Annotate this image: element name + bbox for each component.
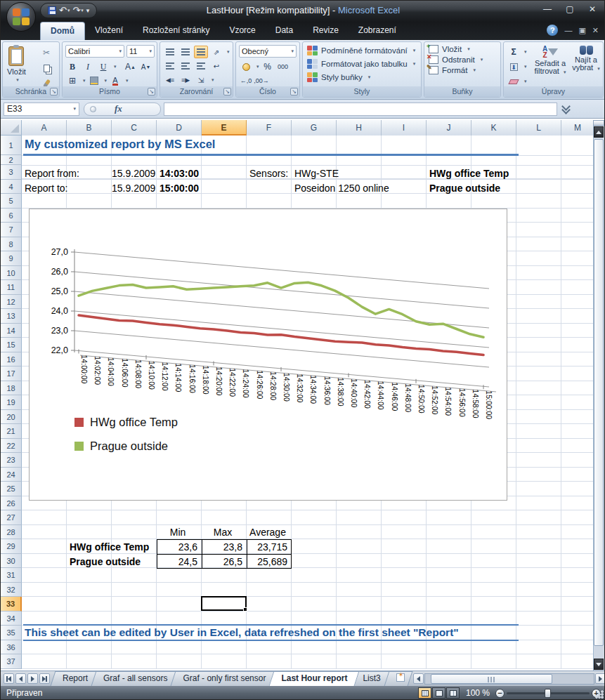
row-header-3[interactable]: 3 — [1, 165, 22, 180]
banner-cell[interactable]: This sheet can be edited by User in Exce… — [25, 626, 459, 639]
vertical-split-handle[interactable] — [593, 120, 604, 126]
zoom-out-button[interactable]: − — [495, 689, 505, 698]
number-format-combo[interactable]: Obecný▾ — [239, 45, 297, 58]
thousands-button[interactable]: 000 — [276, 60, 290, 73]
ribbon-tab-data[interactable]: Data — [266, 22, 303, 40]
help-icon[interactable]: ? — [547, 25, 558, 36]
cut-button[interactable]: ✂ — [39, 46, 53, 59]
font-dialog-launcher[interactable]: ↘ — [148, 88, 155, 95]
scroll-up-button[interactable] — [594, 126, 604, 138]
styles-button-1[interactable]: Formátovat jako tabulku▾ — [304, 58, 418, 70]
bold-button[interactable]: B — [65, 60, 79, 73]
sheet-tab-graf-all-sensors[interactable]: Graf - all sensors — [93, 671, 177, 686]
sort-filter-button[interactable]: AZ Seřadit a filtrovat ▾ — [532, 46, 568, 76]
row-header-31[interactable]: 31 — [1, 568, 22, 583]
summary-header-min[interactable]: Min — [157, 525, 199, 539]
find-select-button[interactable]: Najít a vybrat ▾ — [570, 46, 602, 72]
select-all-corner[interactable] — [1, 120, 22, 136]
wrap-text-button[interactable]: ↩ — [209, 60, 223, 72]
first-sheet-button[interactable] — [4, 673, 14, 684]
row-header-28[interactable]: 28 — [1, 525, 22, 540]
orientation-button[interactable]: ⇗ — [209, 46, 223, 58]
row-header-5[interactable]: 5 — [1, 194, 22, 209]
sheet-tab-graf-only-first-sensor[interactable]: Graf - only first sensor — [173, 671, 275, 686]
row-header-35[interactable]: 35 — [1, 626, 22, 640]
increase-indent-button[interactable]: ≡▶ — [178, 74, 193, 86]
row-header-8[interactable]: 8 — [1, 237, 22, 252]
cells-button-odstranit[interactable]: ✕Odstranit▾ — [426, 55, 486, 65]
decrease-decimal-button[interactable]: ,00→ — [254, 74, 268, 87]
row-header-32[interactable]: 32 — [1, 583, 22, 597]
hscroll-left-button[interactable] — [413, 673, 424, 684]
insert-worksheet-tab[interactable]: ✶ — [386, 671, 410, 686]
row-header-33[interactable]: 33 — [1, 597, 22, 612]
page-break-view-button[interactable] — [446, 687, 460, 699]
underline-dropdown-icon[interactable]: ▾ — [114, 64, 117, 70]
report-from-date-cell[interactable]: 15.9.2009 — [112, 166, 154, 180]
row-header-23[interactable]: 23 — [1, 453, 22, 468]
align-right-button[interactable] — [194, 60, 208, 72]
column-header-M[interactable]: M — [561, 120, 594, 136]
column-header-I[interactable]: I — [382, 120, 427, 136]
row-header-2[interactable]: 2 — [1, 155, 22, 165]
ribbon-tab-dom-[interactable]: Domů — [40, 22, 85, 40]
row-header-13[interactable]: 13 — [1, 309, 22, 324]
styles-button-2[interactable]: Styly buňky▾ — [304, 71, 418, 84]
font-color-button[interactable]: A — [108, 74, 122, 87]
fill-color-button[interactable] — [87, 74, 101, 87]
next-sheet-button[interactable] — [27, 673, 38, 684]
row-header-25[interactable]: 25 — [1, 482, 22, 496]
formula-input[interactable] — [164, 103, 557, 116]
align-top-button[interactable] — [163, 46, 177, 58]
row-header-27[interactable]: 27 — [1, 510, 22, 525]
ribbon-tab-zobrazen-[interactable]: Zobrazení — [349, 22, 406, 40]
chart-object[interactable]: 27,026,025,024,023,022,014:00:0014:02:00… — [29, 209, 507, 501]
sensor1-name-cell[interactable]: HWg office Temp — [429, 166, 509, 180]
align-center-button[interactable] — [178, 60, 193, 72]
summary-header-max[interactable]: Max — [202, 525, 244, 539]
ribbon-tab-vlo-en-[interactable]: Vložení — [85, 22, 133, 40]
column-header-D[interactable]: D — [157, 120, 202, 136]
fill-button[interactable]: ⬇ — [507, 60, 521, 73]
row-header-11[interactable]: 11 — [1, 280, 22, 295]
styles-button-0[interactable]: Podmíněné formátování▾ — [304, 44, 418, 57]
currency-button[interactable] — [239, 60, 253, 73]
column-header-C[interactable]: C — [112, 120, 157, 136]
workbook-minimize-button[interactable]: — — [564, 26, 572, 34]
expand-formula-bar-icon[interactable] — [561, 105, 571, 114]
sensor2-cell[interactable]: Poseidon 1250 online — [294, 181, 389, 195]
zoom-slider[interactable] — [507, 692, 590, 694]
sensor1-cell[interactable]: HWg-STE — [294, 166, 339, 180]
italic-button[interactable]: I — [81, 60, 95, 73]
increase-decimal-button[interactable]: ←,0 — [239, 74, 253, 87]
align-middle-button[interactable] — [178, 46, 193, 58]
insert-function-button[interactable]: fx — [84, 103, 161, 116]
alignment-dialog-launcher[interactable]: ↘ — [223, 88, 231, 95]
normal-view-button[interactable] — [418, 687, 431, 699]
ribbon-tab-vzorce[interactable]: Vzorce — [219, 22, 265, 40]
ribbon-tab-revize[interactable]: Revize — [303, 22, 349, 40]
vertical-scroll-thumb[interactable] — [594, 139, 604, 646]
row-header-30[interactable]: 30 — [1, 554, 22, 569]
summary-header-average[interactable]: Average — [247, 525, 289, 539]
scroll-down-button[interactable] — [594, 659, 604, 670]
row-header-20[interactable]: 20 — [1, 410, 22, 425]
row-header-19[interactable]: 19 — [1, 395, 22, 410]
align-left-button[interactable] — [163, 60, 177, 72]
row-header-24[interactable]: 24 — [1, 468, 22, 482]
restore-button[interactable]: ▢ — [562, 4, 578, 14]
row-header-1[interactable]: 1 — [1, 136, 22, 155]
borders-button[interactable]: ⊞ — [65, 74, 79, 87]
office-button[interactable] — [6, 2, 36, 32]
row-header-14[interactable]: 14 — [1, 324, 22, 338]
row-header-26[interactable]: 26 — [1, 496, 22, 511]
summary-row1-label[interactable]: HWg office Temp — [70, 540, 149, 554]
underline-button[interactable]: U — [96, 60, 110, 73]
ribbon-tab-rozlo-en-str-nky[interactable]: Rozložení stránky — [133, 22, 219, 40]
selected-cell-E33[interactable] — [201, 596, 247, 611]
paste-button[interactable]: Vložit▾ — [7, 46, 26, 83]
column-header-L[interactable]: L — [516, 120, 561, 136]
font-name-combo[interactable]: Calibri▾ — [65, 45, 124, 58]
clipboard-dialog-launcher[interactable]: ↘ — [50, 88, 58, 95]
report-to-date-cell[interactable]: 15.9.2009 — [112, 181, 154, 195]
